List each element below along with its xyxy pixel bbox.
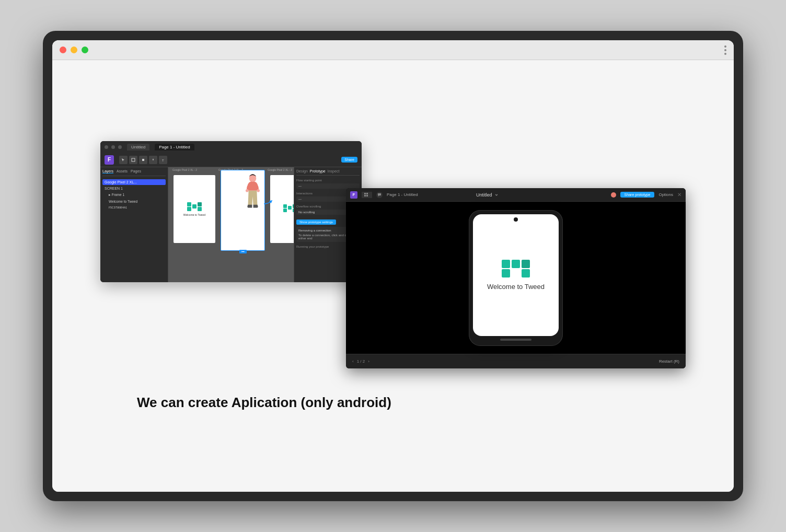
figma-frame-1: Welcome to Tweed: [174, 175, 215, 243]
phone-welcome-text: Welcome to Tweed: [487, 283, 545, 291]
svg-text:T: T: [162, 159, 164, 162]
caption-text: We can create Aplication (only android): [132, 395, 654, 411]
svg-rect-9: [366, 195, 368, 196]
shape-tool[interactable]: [139, 156, 147, 164]
page-indicator: 1 / 2: [357, 359, 365, 364]
figma-tab-active[interactable]: Page 1 - Untitled: [155, 144, 194, 151]
prev-arrow[interactable]: ‹: [352, 359, 354, 364]
figma-body: Layers Assets Pages Google Pixel 2 XL...…: [100, 167, 362, 282]
proto-user-avatar: [611, 192, 616, 198]
proto-share-button[interactable]: Share prototype: [620, 192, 655, 198]
pen-tool[interactable]: [149, 156, 157, 164]
pointer-tool[interactable]: [119, 156, 128, 164]
assets-tab[interactable]: Assets: [117, 169, 128, 174]
pages-tab[interactable]: Pages: [131, 169, 141, 174]
frame-label-1: Google Pixel 2 XL - 2: [172, 168, 197, 171]
figma-logo-icon: F: [105, 155, 114, 165]
connection-title: Removing a connection: [298, 229, 331, 232]
proto-title-text: Untitled: [476, 192, 492, 198]
layers-tab[interactable]: Layers: [102, 169, 113, 174]
design-tab[interactable]: Design: [296, 169, 308, 173]
proto-grid-icon[interactable]: [362, 192, 372, 198]
maximize-dot[interactable]: [82, 47, 88, 53]
proto-options[interactable]: Options: [658, 192, 673, 197]
proto-close-icon[interactable]: ✕: [677, 192, 681, 198]
figma-tools: T: [119, 156, 167, 164]
teal-logo-on-phone: [502, 260, 530, 277]
person-illustration: [244, 173, 262, 220]
monitor: Untitled Page 1 - Untitled F: [43, 31, 743, 501]
svg-rect-6: [364, 193, 366, 194]
more-options-icon[interactable]: [724, 45, 726, 55]
svg-rect-1: [142, 159, 144, 161]
screenshots-area: Untitled Page 1 - Untitled F: [106, 141, 680, 368]
inspect-tab[interactable]: Inspect: [328, 169, 340, 173]
layer-item-4[interactable]: Welcome to Tweed: [107, 199, 166, 204]
flow-title: Flow starting point: [296, 179, 360, 182]
proto-body: Welcome to Tweed: [346, 202, 686, 354]
prototype-tab[interactable]: Prototype: [310, 169, 326, 173]
proto-titlebar: F Page 1 - Untitled Untitled: [346, 188, 686, 202]
android-phone-mockup: Welcome to Tweed: [469, 210, 563, 346]
text-tool[interactable]: T: [159, 156, 167, 164]
svg-rect-7: [366, 193, 368, 194]
phone-camera: [514, 217, 518, 222]
frame-tool[interactable]: [129, 156, 137, 164]
phone-home-bar: [500, 339, 531, 341]
flow-section: Flow starting point —: [296, 179, 360, 189]
proto-restart[interactable]: Restart (R): [659, 359, 679, 364]
layer-item-2[interactable]: SCREEN 1: [102, 186, 166, 191]
close-dot[interactable]: [60, 47, 66, 53]
layer-item-1[interactable]: Google Pixel 2 XL...: [102, 179, 166, 185]
figma-sidebar: Layers Assets Pages Google Pixel 2 XL...…: [100, 167, 168, 282]
proto-chat-icon[interactable]: [376, 192, 383, 198]
figma-frame-3: [270, 175, 294, 243]
figma-editor-screenshot: Untitled Page 1 - Untitled F: [100, 141, 362, 282]
svg-point-4: [246, 189, 249, 192]
layer-item-3[interactable]: ▸ Frame 1: [107, 192, 166, 198]
prototype-preview-screenshot: F Page 1 - Untitled Untitled: [346, 188, 686, 368]
connection-arrow: [264, 199, 272, 209]
next-arrow[interactable]: ›: [368, 359, 369, 364]
proto-footer: ‹ 1 / 2 › Restart (R): [346, 354, 686, 368]
right-panel-tabs: Design Prototype Inspect: [296, 169, 360, 176]
window-controls: [60, 47, 88, 53]
titlebar: [52, 40, 734, 60]
proto-tab[interactable]: Page 1 - Untitled: [387, 192, 418, 197]
figma-dot-3: [118, 145, 122, 149]
layer-item-5[interactable]: F5C3756984A1: [107, 205, 166, 210]
proto-pagination: ‹ 1 / 2 ›: [352, 359, 369, 364]
phone-screen: Welcome to Tweed: [473, 214, 559, 336]
monitor-screen: Untitled Page 1 - Untitled F: [52, 40, 734, 492]
frame-label-3: Google Pixel 2 XL - 2: [268, 168, 292, 171]
svg-rect-0: [132, 158, 135, 161]
figma-share-button[interactable]: Share: [341, 157, 357, 163]
proto-title-center: Untitled: [476, 192, 499, 198]
figma-canvas[interactable]: Google Pixel 2 XL - 2 Google Pixel 2 XL …: [168, 167, 294, 282]
frame1-welcome-text: Welcome to Tweed: [183, 213, 205, 216]
proto-actions: Share prototype Options ✕: [611, 192, 681, 198]
figma-toolbar: F: [100, 153, 362, 167]
svg-point-5: [257, 189, 260, 192]
figma-frame-2: ⟷: [221, 170, 265, 251]
figma-sidebar-tabs: Layers Assets Pages: [102, 169, 166, 176]
proto-figma-icon: F: [350, 191, 357, 199]
figma-tab-untitled[interactable]: Untitled: [127, 144, 149, 151]
main-content: Untitled Page 1 - Untitled F: [52, 60, 734, 492]
resize-handle[interactable]: ⟷: [239, 250, 247, 253]
svg-rect-8: [364, 195, 366, 196]
figma-titlebar: Untitled Page 1 - Untitled: [100, 141, 362, 153]
figma-dot-1: [105, 145, 108, 149]
minimize-dot[interactable]: [71, 47, 77, 53]
prototype-settings-btn[interactable]: Show prototype settings: [296, 219, 336, 225]
figma-dot-2: [111, 145, 115, 149]
